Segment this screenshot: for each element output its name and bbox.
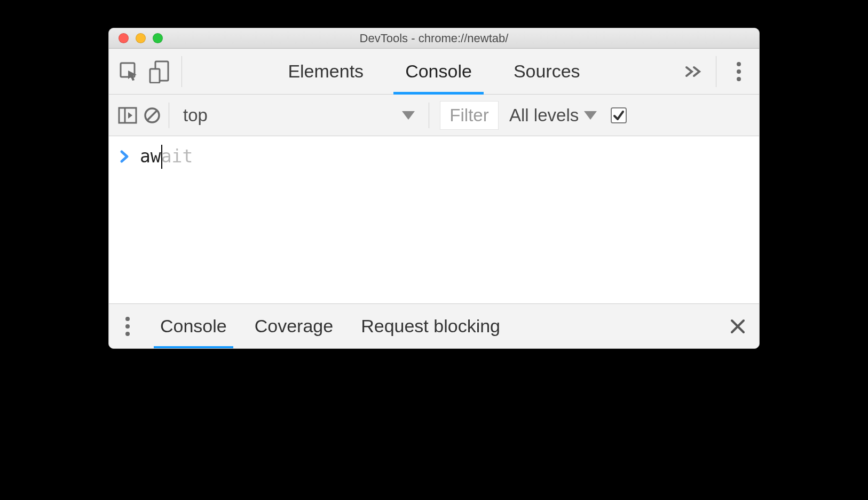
traffic-lights — [109, 33, 163, 43]
execution-context-select[interactable]: top — [173, 101, 424, 130]
close-drawer-icon[interactable] — [727, 311, 748, 341]
main-tabbar: Elements Console Sources — [109, 49, 759, 95]
divider — [182, 56, 182, 87]
window-title: DevTools - chrome://newtab/ — [109, 32, 759, 45]
tab-sources[interactable]: Sources — [504, 49, 590, 94]
settings-checkbox[interactable] — [611, 107, 627, 123]
drawer-kebab-menu-icon[interactable] — [120, 311, 136, 341]
tab-console[interactable]: Console — [396, 49, 482, 94]
log-levels-select[interactable]: All levels — [505, 105, 601, 126]
drawer-tabbar: Console Coverage Request blocking — [109, 303, 759, 348]
console-filterbar: top Filter All levels — [109, 95, 759, 136]
console-typed-text: aw — [140, 146, 161, 167]
inspect-element-icon[interactable] — [114, 57, 144, 87]
svg-point-3 — [737, 62, 741, 66]
main-tabs: Elements Console Sources — [190, 49, 678, 94]
drawer-tab-console[interactable]: Console — [157, 304, 230, 348]
close-window-button[interactable] — [119, 33, 129, 43]
svg-point-11 — [125, 324, 130, 329]
more-tabs-icon[interactable] — [678, 57, 708, 87]
svg-point-10 — [125, 317, 130, 321]
drawer-tab-coverage[interactable]: Coverage — [251, 304, 336, 348]
minimize-window-button[interactable] — [136, 33, 146, 43]
svg-point-4 — [737, 69, 741, 74]
text-cursor — [161, 145, 162, 169]
divider — [429, 103, 429, 128]
tab-elements[interactable]: Elements — [278, 49, 373, 94]
maximize-window-button[interactable] — [153, 33, 163, 43]
titlebar: DevTools - chrome://newtab/ — [109, 28, 759, 49]
drawer-tab-request-blocking[interactable]: Request blocking — [358, 304, 503, 348]
console-input[interactable]: await — [140, 146, 193, 167]
dropdown-triangle-icon — [402, 111, 415, 120]
svg-rect-6 — [119, 108, 136, 123]
execution-context-value: top — [183, 105, 208, 126]
console-body[interactable]: await — [109, 136, 759, 303]
log-levels-label: All levels — [509, 105, 579, 126]
filter-placeholder: Filter — [449, 105, 488, 126]
svg-point-5 — [737, 77, 741, 81]
dropdown-triangle-icon — [584, 111, 597, 120]
divider — [716, 56, 716, 87]
devtools-window: DevTools - chrome://newtab/ Elements Con… — [108, 28, 760, 349]
toggle-sidebar-icon[interactable] — [115, 100, 140, 130]
device-toolbar-icon[interactable] — [144, 57, 174, 87]
clear-console-icon[interactable] — [140, 100, 164, 130]
kebab-menu-icon[interactable] — [724, 57, 754, 87]
console-autocomplete-suggestion: ait — [161, 146, 193, 167]
svg-point-12 — [125, 332, 130, 336]
svg-rect-2 — [150, 69, 160, 83]
console-prompt-row: await — [120, 146, 748, 167]
svg-line-9 — [147, 111, 157, 120]
prompt-chevron-icon — [120, 150, 129, 163]
divider — [169, 103, 169, 128]
filter-input[interactable]: Filter — [440, 101, 499, 130]
